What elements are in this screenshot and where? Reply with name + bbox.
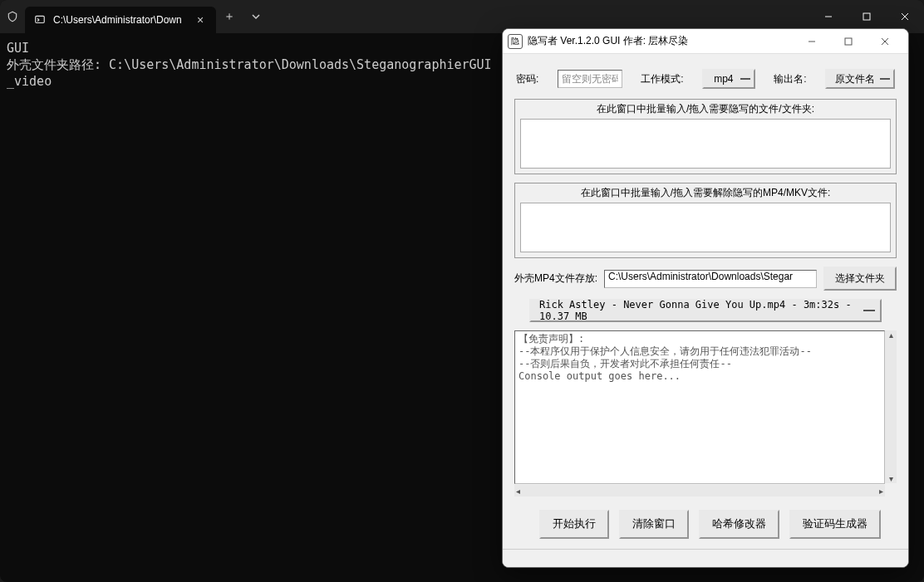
- mode-label: 工作模式:: [641, 72, 683, 86]
- steganographier-window: 隐 隐写者 Ver.1.2.0 GUI 作者: 层林尽染 密码: 工作模式: m…: [502, 28, 909, 568]
- hide-files-label: 在此窗口中批量输入/拖入需要隐写的文件/文件夹:: [515, 100, 896, 119]
- hash-modifier-button[interactable]: 哈希修改器: [699, 510, 779, 539]
- window-title: 隐写者 Ver.1.2.0 GUI 作者: 层林尽染: [528, 34, 794, 48]
- svg-rect-6: [845, 38, 852, 45]
- new-tab-button[interactable]: ＋: [216, 0, 243, 33]
- mode-select[interactable]: mp4: [702, 69, 755, 89]
- svg-rect-2: [863, 13, 870, 20]
- hide-files-dropzone[interactable]: [520, 119, 891, 169]
- close-button[interactable]: [867, 30, 903, 53]
- cover-file-value: Rick Astley - Never Gonna Give You Up.mp…: [539, 299, 857, 322]
- app-icon: 隐: [508, 34, 523, 49]
- reveal-files-label: 在此窗口中批量输入/拖入需要解除隐写的MP4/MKV文件:: [515, 183, 896, 203]
- shell-path-input[interactable]: C:\Users\Administrator\Downloads\Stegar: [604, 270, 817, 288]
- tab-menu-button[interactable]: [243, 0, 269, 33]
- console-output[interactable]: 【免责声明】: --本程序仅用于保护个人信息安全，请勿用于任何违法犯罪活动-- …: [514, 330, 885, 484]
- close-icon[interactable]: ×: [193, 13, 208, 27]
- scroll-down-icon[interactable]: ▾: [885, 474, 897, 483]
- browse-folder-button[interactable]: 选择文件夹: [823, 267, 897, 291]
- output-name-value: 原文件名: [835, 72, 875, 86]
- password-input[interactable]: [558, 70, 622, 88]
- vertical-scrollbar[interactable]: ▴ ▾: [885, 330, 897, 483]
- maximize-button[interactable]: [830, 30, 867, 53]
- captcha-generator-button[interactable]: 验证码生成器: [789, 510, 881, 539]
- gui-content: 密码: 工作模式: mp4 输出名: 原文件名 在此窗口中批量输入/拖入需要隐写…: [503, 54, 908, 549]
- gui-window-controls: [794, 30, 903, 53]
- reveal-files-dropzone[interactable]: [520, 203, 891, 252]
- action-buttons: 开始执行 清除窗口 哈希修改器 验证码生成器: [514, 505, 897, 540]
- chevron-down-icon: [740, 78, 750, 80]
- terminal-icon: [33, 13, 47, 27]
- horizontal-scrollbar[interactable]: ◂ ▸: [514, 485, 885, 496]
- reveal-files-group: 在此窗口中批量输入/拖入需要解除隐写的MP4/MKV文件:: [514, 183, 897, 258]
- output-name-select[interactable]: 原文件名: [825, 69, 895, 89]
- hide-files-group: 在此窗口中批量输入/拖入需要隐写的文件/文件夹:: [514, 99, 897, 174]
- password-label: 密码:: [516, 72, 538, 86]
- clear-button[interactable]: 清除窗口: [619, 510, 689, 539]
- scroll-up-icon[interactable]: ▴: [885, 330, 897, 340]
- output-name-label: 输出名:: [774, 72, 806, 86]
- mode-value: mp4: [714, 73, 733, 85]
- start-button[interactable]: 开始执行: [539, 510, 609, 539]
- status-bar: [503, 549, 908, 567]
- chevron-down-icon: [880, 78, 890, 80]
- console-area: 【免责声明】: --本程序仅用于保护个人信息安全，请勿用于任何违法犯罪活动-- …: [514, 330, 885, 496]
- shell-path-label: 外壳MP4文件存放:: [514, 271, 597, 286]
- scroll-right-icon[interactable]: ▸: [879, 487, 883, 496]
- terminal-tab[interactable]: C:\Users\Administrator\Down ×: [25, 7, 216, 33]
- cover-file-select[interactable]: Rick Astley - Never Gonna Give You Up.mp…: [529, 299, 882, 322]
- chevron-down-icon: [863, 310, 875, 311]
- minimize-button[interactable]: [794, 30, 830, 53]
- svg-rect-0: [36, 16, 45, 22]
- shield-icon: [0, 0, 25, 33]
- gui-titlebar: 隐 隐写者 Ver.1.2.0 GUI 作者: 层林尽染: [503, 29, 908, 54]
- scroll-left-icon[interactable]: ◂: [516, 487, 520, 496]
- terminal-tab-title: C:\Users\Administrator\Down: [53, 14, 186, 26]
